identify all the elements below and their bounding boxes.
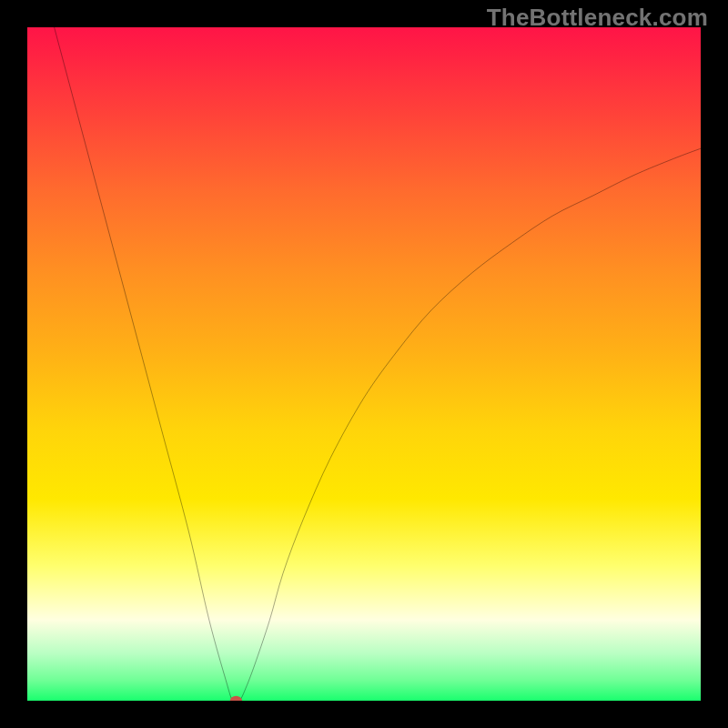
chart-plot-area xyxy=(27,27,701,701)
chart-frame: TheBottleneck.com xyxy=(0,0,728,728)
bottleneck-chart xyxy=(27,27,701,701)
watermark-label: TheBottleneck.com xyxy=(487,4,708,32)
